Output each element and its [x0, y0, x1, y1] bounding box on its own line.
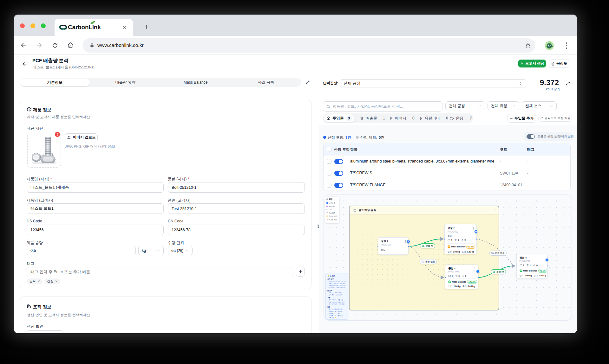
node-count-row: 1 0 0 — [448, 275, 466, 278]
expand-left-panel-icon[interactable] — [305, 80, 310, 85]
product-name-own-input[interactable] — [27, 182, 164, 193]
process-node-3[interactable]: 공정 3 PROC-003 1 0 0 Mass Balance 100.0% — [445, 265, 478, 289]
reload-icon[interactable] — [52, 42, 58, 48]
minimize-window-button[interactable] — [30, 23, 35, 28]
chip-energy[interactable]: 에너지 0 — [389, 113, 415, 123]
flow-help-panel: 💡 도움말 선택 모드 드래그 박스 → 여러 노드 선택 Space + 드래… — [325, 273, 348, 320]
tab-close-icon[interactable] — [122, 25, 127, 29]
back-icon[interactable] — [20, 42, 27, 48]
generate-report-button[interactable]: 보고서 생성 — [518, 60, 546, 67]
tag-pill-steel[interactable]: 강철 — [44, 278, 60, 284]
upload-image-button[interactable]: 이미지 업로드 — [65, 133, 98, 141]
table-row[interactable]: T/SCREW S SWCH18A - — [324, 167, 570, 179]
row-include-toggle[interactable] — [334, 171, 343, 176]
weight-unit-select[interactable]: kg — [138, 246, 164, 255]
browser-navbar: www.carbonlink.co.kr — [14, 36, 577, 54]
process-node-2[interactable]: 공정 2 PROC-002 절단 4 0 0 Mass Balance 60.0… — [444, 224, 477, 255]
filter-process-select[interactable]: 전체 공정 — [445, 101, 485, 110]
node-code: PROC-002 — [448, 231, 458, 233]
help-item: Cmd/⌘ + 휠 → 확대/축소 — [327, 310, 348, 312]
row-checkbox[interactable] — [327, 159, 331, 164]
tab-mass-balance[interactable]: Mass Balance — [160, 78, 231, 87]
table-row[interactable]: T/SCREW-FLANGE 12490-04101 - — [324, 179, 570, 190]
node2-port-right[interactable] — [476, 238, 477, 240]
lightning-icon — [389, 116, 393, 120]
node2-port-left[interactable] — [444, 238, 445, 240]
row-include-toggle[interactable] — [334, 159, 343, 164]
chip-utility[interactable]: 유틸리티 0 — [419, 113, 448, 123]
node1-port-right[interactable] — [408, 246, 409, 247]
help-item: 휠 → 스크롤 (상하좌우) — [327, 308, 348, 310]
forward-icon[interactable] — [36, 42, 43, 48]
hs-code-input[interactable] — [27, 225, 164, 235]
cn-code-input[interactable] — [168, 225, 305, 235]
node-add-button[interactable]: + — [407, 240, 410, 243]
edge-label-no-transport-1[interactable]: 운송 없음 — [420, 259, 437, 264]
edge-label-transport-x3[interactable]: 운송 x3 — [491, 269, 506, 274]
org-info-card: 조직 정보 생산 법인 및 고객사 정보를 선택하세요 생산 법인 — [20, 297, 311, 333]
process-node-1[interactable]: 공정 1 PROC-001 헤딩 — [378, 237, 409, 255]
avatar[interactable] — [545, 41, 554, 50]
add-tag-button[interactable] — [296, 267, 305, 277]
chip-inputs[interactable]: 투입물 3 — [324, 114, 355, 122]
include-exclude-toggle[interactable] — [527, 134, 535, 139]
filter-source-select[interactable]: 전체 소스 — [522, 101, 557, 110]
node-menu-kebab-icon[interactable] — [473, 227, 474, 231]
browser-tab[interactable]: CarbonLink — [55, 19, 133, 36]
address-bar[interactable]: www.carbonlink.co.kr — [82, 38, 535, 53]
node3-port-left[interactable] — [444, 277, 446, 278]
home-icon[interactable] — [67, 42, 74, 48]
part-number-own-input[interactable] — [168, 182, 305, 193]
zoom-window-button[interactable] — [41, 23, 46, 28]
node3-port-right[interactable] — [478, 277, 479, 278]
node-menu-kebab-icon[interactable] — [405, 240, 406, 244]
help-item: Cmd/⌘ + C → 복사 📋 — [327, 313, 348, 314]
page-back-icon[interactable] — [22, 61, 27, 67]
node1-port-left[interactable] — [377, 246, 379, 247]
edge-label-transport-x1[interactable]: 운송 x1 — [420, 243, 435, 248]
remove-tag-icon[interactable] — [55, 280, 58, 283]
tag-input[interactable] — [27, 267, 293, 276]
node-input-kg: 입력: 5.60 kg — [520, 274, 532, 277]
help-section-header: 그룹 — [327, 297, 348, 298]
new-tab-button[interactable] — [144, 24, 149, 29]
chip-transport[interactable]: 운송 7 — [450, 113, 472, 123]
part-number-customer-input[interactable] — [168, 203, 305, 214]
filter-type-select[interactable]: 전체 유형 — [488, 101, 519, 110]
tab-emission-summary[interactable]: 배출량 요약 — [90, 78, 161, 87]
mass-balance-value: 100.0% — [467, 280, 477, 284]
process-node-4[interactable]: 공정 4 PROC-004 3 1 0 Mass Balance 91.1% — [516, 254, 547, 279]
browser-menu-kebab-icon[interactable] — [565, 42, 568, 49]
bookmark-star-icon[interactable] — [525, 42, 531, 48]
tab-basic-info[interactable]: 기본정보 — [20, 79, 90, 86]
remove-tag-icon[interactable] — [37, 280, 40, 283]
tag-pill-bolt[interactable]: 볼트 — [27, 278, 43, 284]
weight-input[interactable] — [27, 246, 136, 255]
unit-process-select[interactable]: 전체 공정 — [340, 79, 526, 87]
row-checkbox[interactable] — [327, 183, 331, 188]
table-row[interactable]: aluminium around steel bi-metal stranded… — [324, 155, 570, 167]
edge-label-no-transport-2[interactable]: 운송 없음 — [489, 251, 507, 256]
process-flow-canvas[interactable]: 볼트 헤딩-절삭 운송 x1 — [324, 195, 572, 321]
node-menu-kebab-icon[interactable] — [544, 257, 545, 260]
select-all-checkbox[interactable] — [327, 147, 331, 151]
product-name-customer-input[interactable] — [27, 203, 164, 214]
add-input-button[interactable]: 투입물 추가 — [507, 114, 536, 123]
node-add-button[interactable]: + — [476, 270, 480, 273]
tab-file-list[interactable]: 파일 목록 — [231, 78, 301, 87]
expand-total-icon[interactable] — [566, 81, 570, 86]
close-window-button[interactable] — [20, 23, 25, 28]
chip-emissions[interactable]: 배출물 1 — [360, 113, 385, 123]
node-count-row: 4 0 0 — [448, 239, 466, 242]
mass-balance-value: 60.0% — [466, 245, 475, 249]
node-menu-kebab-icon[interactable] — [475, 267, 475, 271]
product-photo[interactable] — [27, 133, 61, 168]
search-input[interactable] — [323, 101, 442, 112]
row-checkbox[interactable] — [327, 171, 331, 176]
process-map-button[interactable]: 공정도 — [549, 60, 569, 67]
product-card-title: 제품 정보 — [33, 107, 51, 113]
delete-photo-button[interactable] — [55, 132, 60, 137]
production-entity-select[interactable] — [27, 330, 63, 333]
qty-unit-select[interactable]: ea (개) — [168, 246, 193, 255]
row-include-toggle[interactable] — [334, 183, 343, 188]
